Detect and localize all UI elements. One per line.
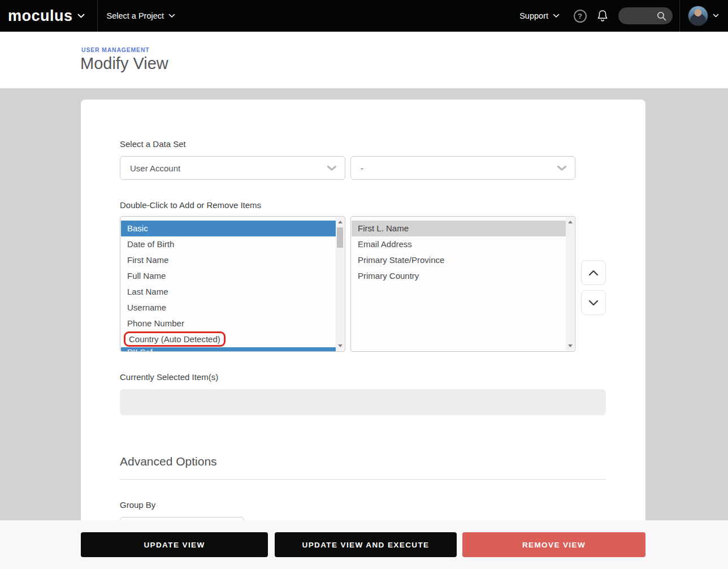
move-down-button[interactable]	[581, 290, 606, 315]
scrollbar[interactable]	[566, 217, 574, 351]
scrollbar[interactable]	[336, 217, 344, 351]
navbar-search[interactable]	[618, 7, 673, 24]
selected-columns-listbox[interactable]: First L. Name Email Address Primary Stat…	[350, 216, 575, 352]
dataset-secondary-value: -	[361, 163, 363, 173]
support-menu[interactable]: Support	[510, 0, 569, 32]
dataset-secondary-select[interactable]: -	[350, 156, 575, 180]
footer-action-bar: UPDATE VIEW UPDATE VIEW AND EXECUTE REMO…	[0, 520, 728, 569]
list-item[interactable]: Full Name	[121, 268, 336, 284]
scroll-down-icon[interactable]	[568, 344, 573, 347]
list-item[interactable]: First L. Name	[352, 221, 566, 236]
brand-caret-icon	[77, 14, 85, 19]
list-item[interactable]: Primary State/Province	[352, 252, 566, 268]
chevron-down-icon	[168, 14, 175, 18]
list-item-annotated[interactable]: Country (Auto Detected)	[121, 331, 336, 347]
chevron-down-icon	[553, 14, 560, 18]
list-item-clipped[interactable]: PII Saf	[121, 347, 336, 352]
dataset-label: Select a Data Set	[120, 139, 186, 149]
update-view-button[interactable]: UPDATE VIEW	[81, 532, 268, 557]
advanced-options-title: Advanced Options	[120, 455, 217, 468]
top-navbar: moculus Select a Project Support ?	[0, 0, 728, 32]
page-header: USER MANAGEMENT Modify View	[0, 32, 728, 88]
help-button[interactable]: ?	[569, 5, 591, 27]
section-divider	[120, 479, 606, 480]
list-item[interactable]: Username	[121, 300, 336, 316]
page-title: Modify View	[80, 54, 168, 73]
currently-selected-box	[120, 389, 606, 415]
brand-menu[interactable]: moculus	[0, 0, 97, 32]
scroll-down-icon[interactable]	[338, 344, 343, 347]
chevron-down-icon	[327, 165, 337, 171]
currently-selected-label: Currently Selected Item(s)	[120, 372, 218, 382]
breadcrumb: USER MANAGEMENT	[81, 46, 150, 53]
avatar	[688, 6, 708, 26]
chevron-down-icon	[557, 165, 567, 171]
move-up-button[interactable]	[581, 260, 606, 285]
search-input[interactable]	[622, 12, 656, 20]
group-by-label: Group By	[120, 500, 155, 510]
support-label: Support	[519, 11, 548, 20]
scroll-up-icon[interactable]	[568, 221, 573, 223]
list-item[interactable]: First Name	[121, 252, 336, 268]
list-item[interactable]: Basic	[121, 221, 336, 236]
list-item[interactable]: Date of Birth	[121, 236, 336, 252]
question-circle-icon: ?	[574, 10, 587, 23]
project-selector-label: Select a Project	[107, 11, 164, 20]
modify-view-card: Select a Data Set User Account - Double-…	[81, 100, 645, 569]
chevron-down-icon	[713, 14, 719, 18]
chevron-up-icon	[588, 269, 599, 277]
project-selector[interactable]: Select a Project	[98, 0, 185, 32]
update-view-and-execute-button[interactable]: UPDATE VIEW AND EXECUTE	[275, 532, 457, 557]
list-item[interactable]: Email Address	[352, 236, 566, 252]
picker-label: Double-Click to Add or Remove Items	[120, 200, 261, 210]
scrollbar-thumb[interactable]	[337, 227, 343, 248]
list-item[interactable]: Last Name	[121, 284, 336, 300]
available-items-listbox[interactable]: Basic Date of Birth First Name Full Name…	[120, 216, 345, 352]
red-annotation-box: Country (Auto Detected)	[124, 331, 226, 347]
notifications-button[interactable]	[591, 5, 614, 27]
list-item[interactable]: Primary Country	[352, 268, 566, 284]
bell-icon	[596, 9, 609, 23]
dataset-select[interactable]: User Account	[120, 156, 345, 180]
list-item[interactable]: Phone Number	[121, 316, 336, 331]
scroll-up-icon[interactable]	[338, 221, 343, 223]
brand-logo: moculus	[8, 7, 73, 25]
search-icon	[656, 11, 667, 21]
chevron-down-icon	[588, 299, 599, 307]
remove-view-button[interactable]: REMOVE VIEW	[462, 532, 645, 557]
dataset-select-value: User Account	[130, 163, 180, 173]
user-menu[interactable]	[680, 0, 728, 32]
